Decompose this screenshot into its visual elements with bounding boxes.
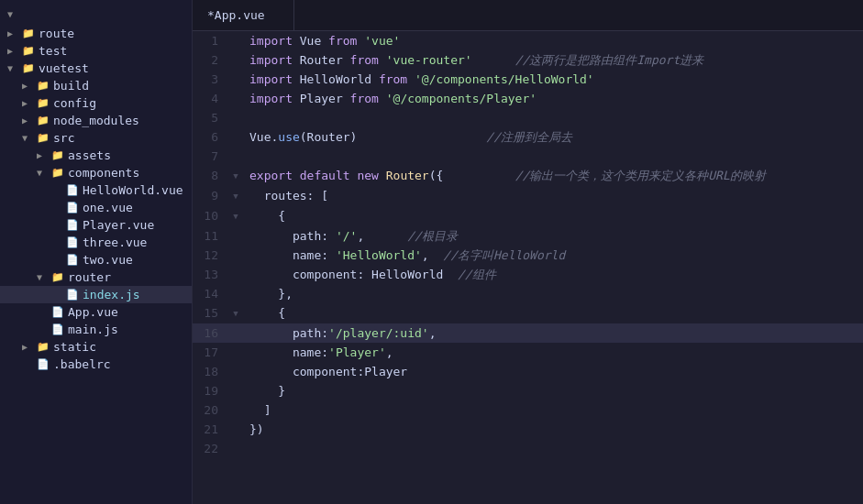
code-lines: 1import Vue from 'vue'2import Router fro…: [193, 31, 863, 458]
fold-gutter: [229, 400, 242, 420]
fold-gutter: [229, 31, 242, 50]
folder-icon: 📁: [22, 27, 35, 39]
fold-gutter: [229, 127, 242, 147]
sidebar-item-assets[interactable]: 📁assets: [0, 147, 192, 164]
token: [379, 169, 386, 182]
token: //输出一个类，这个类用来定义各种URL的映射: [515, 169, 766, 182]
code-content: import Player from '@/components/Player': [242, 89, 863, 108]
sidebar-item-Player.vue[interactable]: 📄Player.vue: [0, 216, 192, 234]
line-number: 18: [193, 362, 229, 381]
line-number: 16: [193, 323, 229, 343]
item-label: assets: [68, 148, 111, 162]
file-icon: 📄: [66, 236, 79, 248]
root-arrow: [7, 9, 22, 19]
token: '/player/:uid': [328, 326, 429, 340]
code-line-3: 3import HelloWorld from '@/components/He…: [193, 70, 863, 89]
token: import: [249, 72, 293, 86]
token: default: [300, 169, 350, 182]
sidebar-item-build[interactable]: 📁build: [0, 77, 192, 94]
sidebar-item-main.js[interactable]: 📄main.js: [0, 321, 192, 338]
code-area[interactable]: 1import Vue from 'vue'2import Router fro…: [193, 31, 863, 504]
sidebar-item-HelloWorld.vue[interactable]: 📄HelloWorld.vue: [0, 181, 192, 199]
token: (Router): [300, 130, 358, 144]
line-number: 22: [193, 439, 229, 458]
code-line-2: 2import Router from 'vue-router' //这两行是把…: [193, 50, 863, 70]
fold-gutter[interactable]: [229, 166, 242, 186]
token: {: [249, 306, 285, 320]
line-number: 4: [193, 89, 229, 108]
folder-icon: 📁: [37, 341, 50, 353]
fold-gutter: [229, 439, 242, 458]
token: path:: [249, 229, 336, 243]
token: import: [249, 34, 293, 48]
editor: index.jsPlayer.vue*App.vue 1import Vue f…: [193, 0, 863, 504]
tab-App.vue[interactable]: *App.vue: [193, 0, 294, 30]
code-content: component: HelloWorld //组件: [242, 265, 863, 284]
code-line-6: 6Vue.use(Router) //注册到全局去: [193, 127, 863, 147]
fold-icon[interactable]: [233, 211, 238, 221]
fold-gutter[interactable]: [229, 303, 242, 323]
fold-gutter: [229, 108, 242, 127]
file-icon: 📄: [37, 358, 50, 370]
sidebar-item-node_modules[interactable]: 📁node_modules: [0, 112, 192, 129]
file-icon: 📄: [66, 202, 79, 214]
token: [379, 92, 386, 105]
fold-gutter: [229, 89, 242, 108]
sidebar-item-config[interactable]: 📁config: [0, 94, 192, 112]
code-content: routes: [: [242, 186, 863, 206]
code-content: Vue.use(Router) //注册到全局去: [242, 127, 863, 147]
sidebar-item-router[interactable]: 📁router: [0, 268, 192, 286]
code-line-19: 19 }: [193, 381, 863, 400]
code-content: }): [242, 420, 863, 439]
sidebar-item-vuetest[interactable]: 📁vuetest: [0, 60, 192, 77]
code-content: export default new Router({ //输出一个类，这个类用…: [242, 166, 863, 186]
sidebar-item-index.js[interactable]: 📄index.js: [0, 286, 192, 303]
fold-icon[interactable]: [233, 308, 238, 318]
item-label: route: [39, 27, 74, 40]
token: //组件: [458, 268, 496, 281]
token: 'vue-router': [386, 53, 472, 67]
fold-gutter: [229, 284, 242, 303]
arrow-icon: [7, 63, 22, 73]
fold-icon[interactable]: [233, 170, 238, 181]
sidebar-item-two.vue[interactable]: 📄two.vue: [0, 251, 192, 268]
sidebar-item-route[interactable]: 📁route: [0, 25, 192, 42]
item-label: main.js: [68, 323, 118, 336]
sidebar-item-.babelrc[interactable]: 📄.babelrc: [0, 356, 192, 373]
code-content: name: 'HelloWorld', //名字叫HelloWorld: [242, 246, 863, 265]
fold-gutter[interactable]: [229, 206, 242, 226]
fold-gutter: [229, 362, 242, 381]
code-content: [242, 108, 863, 127]
file-icon: 📄: [66, 254, 79, 266]
token: Player: [293, 92, 350, 105]
code-content: path: '/', //根目录: [242, 226, 863, 246]
sidebar-item-components[interactable]: 📁components: [0, 164, 192, 181]
code-content: {: [242, 206, 863, 226]
item-label: src: [53, 131, 74, 145]
fold-gutter[interactable]: [229, 186, 242, 206]
file-icon: 📄: [66, 219, 79, 231]
sidebar-item-App.vue[interactable]: 📄App.vue: [0, 303, 192, 321]
line-number: 10: [193, 206, 229, 226]
code-content: },: [242, 284, 863, 303]
folder-icon: 📁: [51, 149, 64, 161]
line-number: 1: [193, 31, 229, 50]
sidebar-item-one.vue[interactable]: 📄one.vue: [0, 199, 192, 216]
sidebar-item-static[interactable]: 📁static: [0, 338, 192, 356]
line-number: 6: [193, 127, 229, 147]
sidebar-item-three.vue[interactable]: 📄three.vue: [0, 234, 192, 251]
sidebar-root[interactable]: [0, 4, 192, 25]
code-line-18: 18 component:Player: [193, 362, 863, 381]
item-label: config: [53, 96, 96, 110]
code-line-12: 12 name: 'HelloWorld', //名字叫HelloWorld: [193, 246, 863, 265]
token: Vue: [293, 34, 328, 48]
code-content: ]: [242, 400, 863, 420]
fold-icon[interactable]: [233, 191, 238, 201]
code-line-1: 1import Vue from 'vue': [193, 31, 863, 50]
line-number: 5: [193, 108, 229, 127]
sidebar-item-src[interactable]: 📁src: [0, 129, 192, 147]
token: import: [249, 92, 293, 105]
fold-gutter: [229, 226, 242, 246]
token: ({: [429, 169, 444, 182]
sidebar-item-test[interactable]: 📁test: [0, 42, 192, 60]
